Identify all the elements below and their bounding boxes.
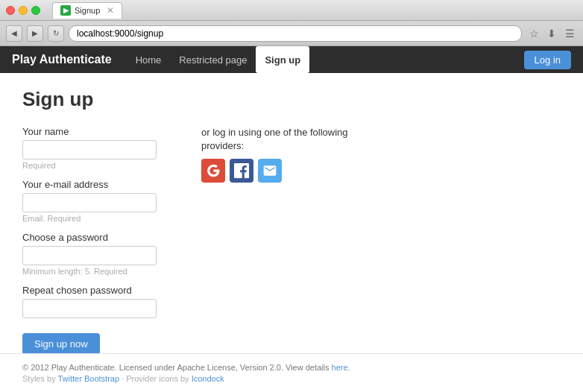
navbar-right: Log in [524,51,571,69]
nav-home[interactable]: Home [127,46,171,73]
repeat-password-input[interactable] [22,299,157,318]
email-label: Your e-mail address [22,179,171,190]
address-bar[interactable] [69,25,522,42]
login-button[interactable]: Log in [524,51,571,69]
footer-sub-text: Styles by Twitter Bootstrap · Provider i… [22,374,561,383]
social-login: or log in using one of the following pro… [201,126,350,353]
page-footer: © 2012 Play Authenticate. Licensed under… [0,353,583,392]
browser-titlebar: ▶ Signup ✕ [0,0,583,21]
name-field-group: Your name Required [22,126,171,170]
repeat-password-label: Repeat chosen password [22,285,171,296]
signup-layout: Your name Required Your e-mail address E… [22,126,561,353]
menu-icon[interactable]: ☰ [562,26,577,41]
browser-toolbar: ◀ ▶ ↻ ☆ ⬇ ☰ [0,21,583,46]
app-container: Play Authenticate Home Restricted page S… [0,46,583,392]
bootstrap-link[interactable]: Twitter Bootstrap [58,374,120,383]
signup-button[interactable]: Sign up now [22,333,100,353]
back-button[interactable]: ◀ [6,25,22,42]
nav-signup[interactable]: Sign up [256,46,309,73]
footer-here-link[interactable]: here. [332,363,350,372]
name-hint: Required [22,161,171,170]
name-input[interactable] [22,140,157,159]
twitter-login-button[interactable] [258,159,282,183]
repeat-password-field-group: Repeat chosen password [22,285,171,318]
nav-restricted[interactable]: Restricted page [170,46,256,73]
browser-tab[interactable]: ▶ Signup ✕ [52,2,122,19]
signup-form: Your name Required Your e-mail address E… [22,126,171,353]
password-label: Choose a password [22,232,171,243]
password-input[interactable] [22,246,157,265]
navbar: Play Authenticate Home Restricted page S… [0,46,583,73]
footer-main-text: © 2012 Play Authenticate. Licensed under… [22,363,561,372]
name-label: Your name [22,126,171,137]
traffic-lights [6,6,40,15]
navbar-brand[interactable]: Play Authenticate [12,53,112,66]
toolbar-icons: ☆ ⬇ ☰ [526,26,577,41]
social-label: or log in using one of the following pro… [201,126,350,153]
forward-button[interactable]: ▶ [27,25,43,42]
email-hint: Email. Required [22,214,171,223]
icondock-link[interactable]: Icondock [192,374,224,383]
social-icons [201,159,350,183]
tab-title: Signup [75,6,100,15]
maximize-button[interactable] [31,6,40,15]
minimize-button[interactable] [19,6,28,15]
facebook-login-button[interactable] [230,159,253,183]
bookmark-icon[interactable]: ☆ [526,26,541,41]
google-login-button[interactable] [201,159,225,183]
email-input[interactable] [22,193,157,212]
tab-close-icon[interactable]: ✕ [107,5,114,16]
page-title: Sign up [22,88,561,111]
nav-links: Home Restricted page Sign up [127,46,524,73]
close-button[interactable] [6,6,15,15]
email-field-group: Your e-mail address Email. Required [22,179,171,223]
download-icon[interactable]: ⬇ [544,26,559,41]
browser-window: ▶ Signup ✕ ◀ ▶ ↻ ☆ ⬇ ☰ Play Authenticate… [0,0,583,392]
password-field-group: Choose a password Minimum length: 5. Req… [22,232,171,276]
password-hint: Minimum length: 5. Required [22,267,171,276]
refresh-button[interactable]: ↻ [48,25,64,42]
page-content: Sign up Your name Required Your e-mail a… [0,73,583,353]
tab-favicon: ▶ [60,5,71,16]
